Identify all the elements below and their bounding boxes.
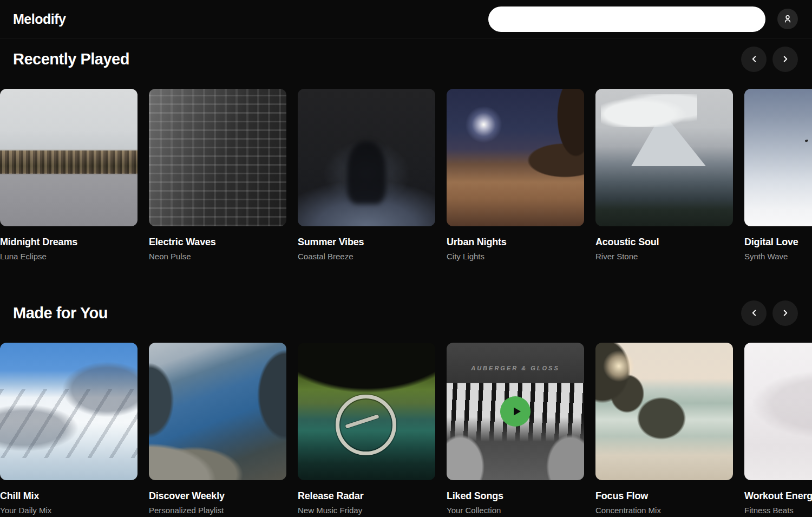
playlist-card[interactable]: Summer Vibes Coastal Breeze (298, 89, 435, 261)
card-subtitle: City Lights (447, 252, 584, 261)
album-art: AUBERGER & GLOSS (447, 343, 584, 480)
album-art (298, 343, 435, 480)
search-input[interactable] (488, 6, 765, 32)
carousel-controls (741, 47, 798, 72)
profile-button[interactable] (777, 9, 798, 29)
carousel-prev-button[interactable] (741, 47, 767, 72)
chevron-right-icon (781, 308, 790, 318)
card-title: Workout Energy (744, 490, 812, 502)
card-subtitle: Personalized Playlist (149, 506, 286, 515)
piano-brand-text: AUBERGER & GLOSS (447, 365, 584, 371)
user-icon (782, 14, 793, 24)
card-subtitle: Concentration Mix (595, 506, 733, 515)
playlist-card[interactable]: Midnight Dreams Luna Eclipse (0, 89, 137, 261)
card-title: Summer Vibes (298, 237, 435, 248)
card-subtitle: Neon Pulse (149, 252, 286, 261)
album-art (298, 89, 435, 226)
playlist-card[interactable]: Electric Waves Neon Pulse (149, 89, 286, 261)
card-title: Acoustic Soul (595, 237, 733, 248)
card-subtitle: Fitness Beats (744, 506, 812, 515)
section-title: Made for You (13, 304, 108, 322)
card-subtitle: New Music Friday (298, 506, 435, 515)
chevron-left-icon (749, 54, 759, 64)
card-title: Liked Songs (447, 490, 584, 502)
album-art (595, 89, 733, 226)
carousel-next-button[interactable] (772, 300, 798, 326)
album-art (744, 89, 812, 226)
card-subtitle: Synth Wave (744, 252, 812, 261)
carousel-prev-button[interactable] (741, 300, 767, 326)
card-title: Discover Weekly (149, 490, 286, 502)
card-row-recently-played: Midnight Dreams Luna Eclipse Electric Wa… (0, 89, 812, 261)
playlist-card[interactable]: AUBERGER & GLOSS Liked Songs Your Collec… (447, 343, 584, 515)
app-logo[interactable]: Melodify (13, 11, 66, 27)
card-title: Midnight Dreams (0, 237, 137, 248)
card-subtitle: River Stone (595, 252, 733, 261)
playlist-card[interactable]: Discover Weekly Personalized Playlist (149, 343, 286, 515)
album-art (149, 89, 286, 226)
card-title: Focus Flow (595, 490, 733, 502)
chevron-right-icon (781, 54, 790, 64)
card-title: Electric Waves (149, 237, 286, 248)
playlist-card[interactable]: Acoustic Soul River Stone (595, 89, 733, 261)
card-row-made-for-you: Chill Mix Your Daily Mix Discover Weekly… (0, 343, 812, 515)
card-subtitle: Coastal Breeze (298, 252, 435, 261)
card-title: Digital Love (744, 237, 812, 248)
section-recently-played: Recently Played Midnight Dreams Luna (0, 46, 812, 261)
playlist-card[interactable]: Digital Love Synth Wave (744, 89, 812, 261)
chevron-left-icon (749, 308, 759, 318)
card-title: Chill Mix (0, 490, 137, 502)
card-subtitle: Your Collection (447, 506, 584, 515)
album-art (149, 343, 286, 480)
section-made-for-you: Made for You Chill Mix Your Daily Mix (0, 300, 812, 515)
playlist-card[interactable]: Workout Energy Fitness Beats (744, 343, 812, 515)
app-header: Melodify (0, 0, 812, 38)
album-art (744, 343, 812, 480)
play-icon (510, 405, 523, 418)
card-subtitle: Your Daily Mix (0, 506, 137, 515)
card-title: Urban Nights (447, 237, 584, 248)
carousel-next-button[interactable] (772, 47, 798, 72)
main-content: Recently Played Midnight Dreams Luna (0, 46, 812, 515)
playlist-card[interactable]: Chill Mix Your Daily Mix (0, 343, 137, 515)
album-art (595, 343, 733, 480)
card-title: Release Radar (298, 490, 435, 502)
album-art (447, 89, 584, 226)
section-title: Recently Played (13, 50, 129, 68)
carousel-controls (741, 300, 798, 326)
playlist-card[interactable]: Urban Nights City Lights (447, 89, 584, 261)
card-subtitle: Luna Eclipse (0, 252, 137, 261)
playlist-card[interactable]: Focus Flow Concentration Mix (595, 343, 733, 515)
playlist-card[interactable]: Release Radar New Music Friday (298, 343, 435, 515)
album-art (0, 343, 137, 480)
play-button[interactable] (500, 396, 531, 427)
album-art (0, 89, 137, 226)
